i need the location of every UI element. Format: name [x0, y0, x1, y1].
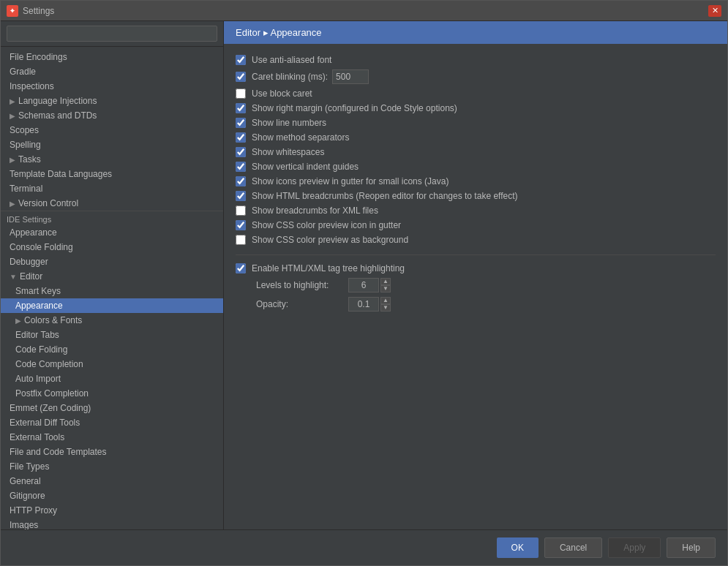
- sidebar-item-general[interactable]: General: [1, 474, 223, 488]
- settings-tree: File Encodings Gradle Inspections ▶Langu…: [1, 47, 223, 529]
- line-numbers-row: Show line numbers: [236, 116, 716, 130]
- method-separators-row: Show method separators: [236, 130, 716, 145]
- caret-blink-label: Caret blinking (ms):: [252, 72, 328, 82]
- levels-label: Levels to highlight:: [256, 280, 344, 290]
- opacity-spinner-btns: ▲ ▼: [380, 297, 391, 312]
- titlebar: ✦ Settings ✕: [1, 1, 727, 21]
- content-header: Editor ▸ Appearance: [224, 21, 727, 44]
- caret-blink-input[interactable]: [332, 69, 369, 84]
- sidebar-item-smart-keys[interactable]: Smart Keys: [1, 284, 223, 298]
- html-breadcrumbs-row: Show HTML breadcrumbs (Reopen editor for…: [236, 189, 716, 203]
- close-button[interactable]: ✕: [708, 5, 721, 17]
- right-margin-label: Show right margin (configured in Code St…: [252, 103, 457, 113]
- sidebar-item-postfix-completion[interactable]: Postfix Completion: [1, 386, 223, 401]
- block-caret-label: Use block caret: [252, 88, 312, 99]
- sidebar: File Encodings Gradle Inspections ▶Langu…: [1, 21, 224, 529]
- icons-gutter-checkbox[interactable]: [236, 176, 246, 186]
- content-body: Use anti-aliased font Caret blinking (ms…: [224, 44, 727, 529]
- opacity-row: Opacity: ▲ ▼: [236, 295, 716, 314]
- ok-button[interactable]: OK: [497, 537, 539, 558]
- levels-increment-btn[interactable]: ▲: [380, 278, 391, 285]
- sidebar-item-file-types[interactable]: File Types: [1, 459, 223, 474]
- sidebar-item-inspections[interactable]: Inspections: [1, 79, 223, 94]
- breadcrumb: Editor ▸ Appearance: [236, 27, 322, 38]
- sidebar-item-images[interactable]: Images: [1, 518, 223, 529]
- sidebar-item-code-folding[interactable]: Code Folding: [1, 342, 223, 357]
- anti-aliased-label: Use anti-aliased font: [252, 55, 331, 65]
- sidebar-item-file-encodings[interactable]: File Encodings: [1, 50, 223, 64]
- method-separators-checkbox[interactable]: [236, 132, 246, 143]
- line-numbers-label: Show line numbers: [252, 118, 326, 128]
- html-breadcrumbs-label: Show HTML breadcrumbs (Reopen editor for…: [252, 191, 518, 201]
- block-caret-checkbox[interactable]: [236, 88, 246, 99]
- main-content: File Encodings Gradle Inspections ▶Langu…: [1, 21, 727, 529]
- css-color-bg-label: Show CSS color preview as background: [252, 235, 408, 245]
- sidebar-item-editor[interactable]: ▼Editor: [1, 269, 223, 284]
- sidebar-item-scopes[interactable]: Scopes: [1, 123, 223, 137]
- levels-decrement-btn[interactable]: ▼: [380, 285, 391, 293]
- sidebar-item-template-data-languages[interactable]: Template Data Languages: [1, 167, 223, 181]
- ide-settings-header: IDE Settings: [1, 211, 223, 225]
- right-margin-checkbox[interactable]: [236, 103, 246, 113]
- xml-breadcrumbs-label: Show breadcrumbs for XML files: [252, 205, 378, 216]
- css-color-bg-checkbox[interactable]: [236, 235, 246, 245]
- content-area: Editor ▸ Appearance Use anti-aliased fon…: [224, 21, 727, 529]
- settings-window: ✦ Settings ✕ File Encodings Gradle Inspe…: [0, 0, 728, 566]
- sidebar-item-code-completion[interactable]: Code Completion: [1, 357, 223, 371]
- sidebar-item-colors-fonts[interactable]: ▶Colors & Fonts: [1, 313, 223, 328]
- opacity-increment-btn[interactable]: ▲: [380, 297, 391, 304]
- sidebar-item-editor-appearance[interactable]: Appearance: [1, 298, 223, 313]
- caret-blink-row: Caret blinking (ms):: [236, 67, 716, 86]
- opacity-decrement-btn[interactable]: ▼: [380, 304, 391, 312]
- window-title: Settings: [23, 6, 54, 16]
- css-color-icon-checkbox[interactable]: [236, 220, 246, 230]
- caret-blink-checkbox[interactable]: [236, 72, 246, 82]
- sidebar-item-gitignore[interactable]: Gitignore: [1, 488, 223, 503]
- levels-row: Levels to highlight: ▲ ▼: [236, 276, 716, 295]
- sidebar-item-version-control[interactable]: ▶Version Control: [1, 196, 223, 211]
- sidebar-item-http-proxy[interactable]: HTTP Proxy: [1, 503, 223, 518]
- opacity-spinner: ▲ ▼: [348, 297, 391, 312]
- sidebar-item-editor-tabs[interactable]: Editor Tabs: [1, 328, 223, 342]
- anti-aliased-row: Use anti-aliased font: [236, 53, 716, 67]
- sidebar-item-language-injections[interactable]: ▶Language Injections: [1, 94, 223, 108]
- line-numbers-checkbox[interactable]: [236, 118, 246, 128]
- html-breadcrumbs-checkbox[interactable]: [236, 191, 246, 201]
- search-input[interactable]: [7, 26, 217, 42]
- vertical-indent-checkbox[interactable]: [236, 162, 246, 172]
- sidebar-item-external-diff-tools[interactable]: External Diff Tools: [1, 415, 223, 430]
- sidebar-item-terminal[interactable]: Terminal: [1, 181, 223, 196]
- method-separators-label: Show method separators: [252, 132, 349, 143]
- apply-button[interactable]: Apply: [608, 537, 661, 558]
- sidebar-item-spelling[interactable]: Spelling: [1, 137, 223, 152]
- css-color-bg-row: Show CSS color preview as background: [236, 233, 716, 247]
- highlight-section: Enable HTML/XML tag tree highlighting Le…: [236, 254, 716, 314]
- xml-breadcrumbs-row: Show breadcrumbs for XML files: [236, 203, 716, 218]
- css-color-icon-label: Show CSS color preview icon in gutter: [252, 220, 401, 230]
- sidebar-item-debugger[interactable]: Debugger: [1, 254, 223, 269]
- help-button[interactable]: Help: [667, 537, 716, 558]
- footer: OK Cancel Apply Help: [1, 529, 727, 565]
- levels-input[interactable]: [348, 278, 379, 293]
- whitespaces-row: Show whitespaces: [236, 145, 716, 159]
- sidebar-item-appearance[interactable]: Appearance: [1, 225, 223, 240]
- search-box: [1, 21, 223, 47]
- xml-breadcrumbs-checkbox[interactable]: [236, 205, 246, 216]
- anti-aliased-checkbox[interactable]: [236, 55, 246, 65]
- levels-spinner: ▲ ▼: [348, 278, 391, 293]
- sidebar-item-console-folding[interactable]: Console Folding: [1, 240, 223, 254]
- sidebar-item-external-tools[interactable]: External Tools: [1, 430, 223, 445]
- icons-gutter-label: Show icons preview in gutter for small i…: [252, 176, 449, 186]
- icons-gutter-row: Show icons preview in gutter for small i…: [236, 174, 716, 189]
- sidebar-item-gradle[interactable]: Gradle: [1, 64, 223, 79]
- cancel-button[interactable]: Cancel: [544, 537, 602, 558]
- opacity-input[interactable]: [348, 297, 379, 312]
- sidebar-item-schemas-dtds[interactable]: ▶Schemas and DTDs: [1, 108, 223, 123]
- sidebar-item-tasks[interactable]: ▶Tasks: [1, 152, 223, 167]
- sidebar-item-auto-import[interactable]: Auto Import: [1, 371, 223, 386]
- whitespaces-checkbox[interactable]: [236, 147, 246, 157]
- sidebar-item-file-code-templates[interactable]: File and Code Templates: [1, 445, 223, 459]
- vertical-indent-label: Show vertical indent guides: [252, 162, 359, 172]
- html-xml-highlight-checkbox[interactable]: [236, 263, 246, 273]
- sidebar-item-emmet[interactable]: Emmet (Zen Coding): [1, 401, 223, 415]
